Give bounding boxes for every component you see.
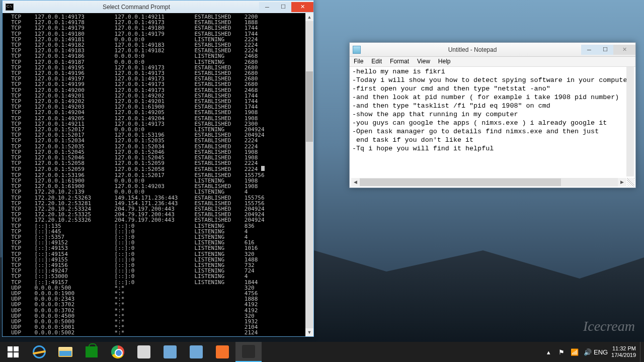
tray-network-icon[interactable]: 📶: [570, 347, 579, 356]
notepad-menubar: File Edit Format View Help: [350, 57, 635, 67]
tray-chevron-icon[interactable]: ▴: [544, 347, 553, 356]
cmd-scrollbar[interactable]: ▲ ▼: [305, 13, 313, 336]
tray-language[interactable]: ENG: [596, 347, 605, 356]
notepad-title: Untitled - Notepad: [364, 46, 581, 53]
taskbar-store[interactable]: [78, 342, 105, 362]
scroll-right-icon[interactable]: ▶: [618, 178, 626, 187]
internet-explorer-icon: [33, 345, 46, 358]
notepad-titlebar[interactable]: Untitled - Notepad ─ ☐ ✕: [350, 43, 635, 57]
menu-edit[interactable]: Edit: [367, 57, 386, 66]
scroll-thumb[interactable]: [306, 71, 313, 142]
notepad-window: Untitled - Notepad ─ ☐ ✕ File Edit Forma…: [349, 42, 636, 188]
clock-date: 17/4/2019: [611, 352, 636, 358]
start-button[interactable]: [0, 342, 26, 362]
close-button[interactable]: ✕: [291, 2, 313, 12]
app-icon: [164, 345, 177, 358]
taskbar-clock[interactable]: 11:32 PM 17/4/2019: [607, 345, 640, 358]
notepad-vscroll[interactable]: [626, 67, 634, 176]
resize-grip[interactable]: [627, 178, 634, 187]
taskbar-app-4[interactable]: [209, 342, 235, 362]
scroll-left-icon[interactable]: ◀: [351, 178, 360, 187]
maximize-button[interactable]: ☐: [275, 2, 291, 12]
cmd-output[interactable]: TCP 127.0.0.1:49173 127.0.0.1:49211 ESTA…: [3, 13, 305, 336]
show-desktop-button[interactable]: [640, 342, 644, 362]
system-tray: ▴ ⚑ 📶 🔊 ENG 11:32 PM 17/4/2019: [542, 342, 644, 362]
taskbar-app-2[interactable]: [157, 342, 183, 362]
taskbar-cmd[interactable]: [235, 342, 262, 362]
taskbar-app-3[interactable]: [183, 342, 209, 362]
notepad-hscroll[interactable]: ◀ ▶: [351, 178, 626, 187]
cmd-icon: C:\: [6, 4, 14, 11]
close-button[interactable]: ✕: [613, 45, 635, 55]
command-prompt-window: C:\ Select Command Prompt ─ ☐ ✕ TCP 127.…: [2, 0, 314, 337]
hscroll-thumb[interactable]: [360, 178, 561, 186]
minimize-button[interactable]: ─: [581, 45, 597, 55]
menu-file[interactable]: File: [350, 57, 367, 66]
taskbar-chrome[interactable]: [105, 342, 131, 362]
app-icon: [216, 345, 229, 358]
app-icon: [137, 345, 150, 358]
app-icon: [190, 345, 203, 358]
notepad-textarea[interactable]: -hello my name is fikri -Today i will sh…: [351, 67, 634, 176]
taskbar-ie[interactable]: [26, 342, 52, 362]
menu-view[interactable]: View: [413, 57, 434, 66]
maximize-button[interactable]: ☐: [597, 45, 613, 55]
minimize-button[interactable]: ─: [259, 2, 275, 12]
folder-icon: [58, 347, 72, 357]
menu-format[interactable]: Format: [386, 57, 413, 66]
store-icon: [86, 346, 98, 357]
taskbar: ▴ ⚑ 📶 🔊 ENG 11:32 PM 17/4/2019: [0, 342, 644, 362]
chrome-icon: [111, 345, 124, 358]
scroll-up-icon[interactable]: ▲: [305, 13, 313, 21]
taskbar-explorer[interactable]: [52, 342, 78, 362]
notepad-icon: [353, 46, 361, 54]
clock-time: 11:32 PM: [611, 345, 636, 352]
cmd-title: Select Command Prompt: [14, 4, 259, 11]
tray-security-icon[interactable]: ⚑: [557, 347, 566, 356]
menu-help[interactable]: Help: [434, 57, 455, 66]
cmd-titlebar[interactable]: C:\ Select Command Prompt ─ ☐ ✕: [3, 1, 313, 13]
cmd-icon: [242, 345, 255, 358]
scroll-down-icon[interactable]: ▼: [305, 328, 313, 336]
tray-volume-icon[interactable]: 🔊: [583, 347, 592, 356]
taskbar-app-1[interactable]: [131, 342, 157, 362]
